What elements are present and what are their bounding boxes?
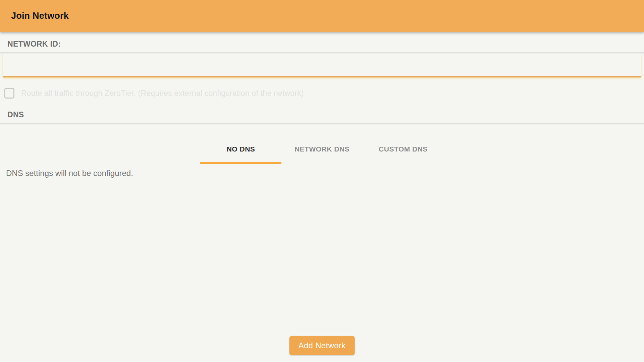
app-bar: Join Network — [0, 0, 644, 32]
divider — [0, 123, 644, 124]
dns-tab-bar: NO DNS NETWORK DNS CUSTOM DNS — [0, 139, 644, 164]
route-all-traffic-label: Route all traffic through ZeroTier. (Req… — [21, 89, 304, 98]
dns-panel-text: DNS settings will not be configured. — [6, 169, 644, 178]
route-all-traffic-checkbox[interactable] — [4, 88, 14, 99]
page-title: Join Network — [11, 11, 69, 21]
add-network-button[interactable]: Add Network — [289, 336, 355, 355]
network-id-label: NETWORK ID: — [0, 32, 644, 49]
join-network-screen: Join Network NETWORK ID: Route all traff… — [0, 0, 644, 362]
tab-network-dns[interactable]: NETWORK DNS — [281, 139, 363, 164]
tab-no-dns[interactable]: NO DNS — [200, 139, 281, 164]
dns-section-label: DNS — [0, 99, 644, 119]
route-all-traffic-checkbox-row: Route all traffic through ZeroTier. (Req… — [4, 88, 644, 99]
tab-custom-dns[interactable]: CUSTOM DNS — [363, 139, 444, 164]
network-id-input[interactable] — [3, 53, 641, 77]
